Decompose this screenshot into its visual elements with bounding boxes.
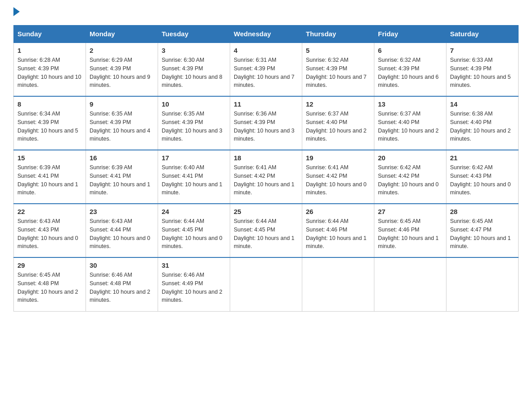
calendar-cell — [446, 257, 519, 311]
calendar-cell: 20 Sunrise: 6:42 AM Sunset: 4:42 PM Dayl… — [374, 150, 446, 204]
day-info: Sunrise: 6:38 AM Sunset: 4:40 PM Dayligh… — [450, 110, 515, 143]
calendar-header-wednesday: Wednesday — [230, 26, 302, 43]
day-number: 31 — [162, 261, 226, 269]
calendar-cell: 29 Sunrise: 6:45 AM Sunset: 4:48 PM Dayl… — [14, 257, 86, 311]
day-info: Sunrise: 6:44 AM Sunset: 4:45 PM Dayligh… — [234, 217, 298, 251]
calendar-cell: 11 Sunrise: 6:36 AM Sunset: 4:39 PM Dayl… — [230, 96, 302, 150]
calendar-cell: 16 Sunrise: 6:39 AM Sunset: 4:41 PM Dayl… — [86, 150, 158, 204]
day-number: 12 — [306, 100, 370, 108]
calendar-cell: 7 Sunrise: 6:33 AM Sunset: 4:39 PM Dayli… — [446, 43, 519, 96]
calendar-cell: 23 Sunrise: 6:43 AM Sunset: 4:44 PM Dayl… — [86, 204, 158, 257]
day-info: Sunrise: 6:44 AM Sunset: 4:45 PM Dayligh… — [162, 217, 226, 251]
logo — [13, 9, 20, 16]
day-info: Sunrise: 6:37 AM Sunset: 4:40 PM Dayligh… — [378, 110, 442, 143]
day-number: 9 — [90, 100, 154, 108]
day-number: 28 — [450, 208, 515, 215]
calendar-cell: 24 Sunrise: 6:44 AM Sunset: 4:45 PM Dayl… — [158, 204, 230, 257]
day-number: 18 — [234, 154, 298, 162]
day-number: 3 — [162, 47, 226, 54]
calendar-table: SundayMondayTuesdayWednesdayThursdayFrid… — [13, 25, 519, 312]
calendar-week-row: 15 Sunrise: 6:39 AM Sunset: 4:41 PM Dayl… — [14, 150, 519, 204]
day-info: Sunrise: 6:35 AM Sunset: 4:39 PM Dayligh… — [162, 110, 226, 143]
day-number: 14 — [450, 100, 515, 108]
calendar-cell: 30 Sunrise: 6:46 AM Sunset: 4:48 PM Dayl… — [86, 257, 158, 311]
day-number: 25 — [234, 208, 298, 215]
calendar-cell: 8 Sunrise: 6:34 AM Sunset: 4:39 PM Dayli… — [14, 96, 86, 150]
calendar-header-thursday: Thursday — [302, 26, 374, 43]
calendar-cell: 1 Sunrise: 6:28 AM Sunset: 4:39 PM Dayli… — [14, 43, 86, 96]
day-number: 1 — [17, 47, 82, 54]
day-number: 29 — [17, 261, 82, 269]
day-number: 15 — [17, 154, 82, 162]
calendar-cell: 5 Sunrise: 6:32 AM Sunset: 4:39 PM Dayli… — [302, 43, 374, 96]
day-info: Sunrise: 6:32 AM Sunset: 4:39 PM Dayligh… — [306, 56, 370, 90]
day-number: 20 — [378, 154, 442, 162]
day-number: 24 — [162, 208, 226, 215]
calendar-cell: 4 Sunrise: 6:31 AM Sunset: 4:39 PM Dayli… — [230, 43, 302, 96]
calendar-header-row: SundayMondayTuesdayWednesdayThursdayFrid… — [14, 26, 519, 43]
day-info: Sunrise: 6:46 AM Sunset: 4:49 PM Dayligh… — [162, 271, 226, 304]
day-info: Sunrise: 6:29 AM Sunset: 4:39 PM Dayligh… — [90, 56, 154, 90]
logo-arrow-icon — [13, 7, 20, 16]
calendar-cell: 17 Sunrise: 6:40 AM Sunset: 4:41 PM Dayl… — [158, 150, 230, 204]
calendar-cell — [302, 257, 374, 311]
calendar-cell: 3 Sunrise: 6:30 AM Sunset: 4:39 PM Dayli… — [158, 43, 230, 96]
day-number: 6 — [378, 47, 442, 54]
day-number: 13 — [378, 100, 442, 108]
day-info: Sunrise: 6:46 AM Sunset: 4:48 PM Dayligh… — [90, 271, 154, 304]
calendar-cell: 6 Sunrise: 6:32 AM Sunset: 4:39 PM Dayli… — [374, 43, 446, 96]
day-number: 8 — [17, 100, 82, 108]
day-info: Sunrise: 6:45 AM Sunset: 4:46 PM Dayligh… — [378, 217, 442, 251]
day-info: Sunrise: 6:40 AM Sunset: 4:41 PM Dayligh… — [162, 163, 226, 197]
calendar-cell: 28 Sunrise: 6:45 AM Sunset: 4:47 PM Dayl… — [446, 204, 519, 257]
calendar-cell: 13 Sunrise: 6:37 AM Sunset: 4:40 PM Dayl… — [374, 96, 446, 150]
day-info: Sunrise: 6:31 AM Sunset: 4:39 PM Dayligh… — [234, 56, 298, 90]
calendar-cell: 27 Sunrise: 6:45 AM Sunset: 4:46 PM Dayl… — [374, 204, 446, 257]
day-info: Sunrise: 6:44 AM Sunset: 4:46 PM Dayligh… — [306, 217, 370, 251]
day-info: Sunrise: 6:41 AM Sunset: 4:42 PM Dayligh… — [306, 163, 370, 197]
calendar-cell: 26 Sunrise: 6:44 AM Sunset: 4:46 PM Dayl… — [302, 204, 374, 257]
day-number: 17 — [162, 154, 226, 162]
day-info: Sunrise: 6:41 AM Sunset: 4:42 PM Dayligh… — [234, 163, 298, 197]
calendar-cell — [374, 257, 446, 311]
day-number: 30 — [90, 261, 154, 269]
day-info: Sunrise: 6:43 AM Sunset: 4:44 PM Dayligh… — [90, 217, 154, 251]
page-header — [13, 9, 519, 16]
day-number: 26 — [306, 208, 370, 215]
calendar-header-tuesday: Tuesday — [158, 26, 230, 43]
calendar-cell: 14 Sunrise: 6:38 AM Sunset: 4:40 PM Dayl… — [446, 96, 519, 150]
day-number: 2 — [90, 47, 154, 54]
calendar-week-row: 1 Sunrise: 6:28 AM Sunset: 4:39 PM Dayli… — [14, 43, 519, 96]
calendar-cell: 2 Sunrise: 6:29 AM Sunset: 4:39 PM Dayli… — [86, 43, 158, 96]
calendar-cell: 25 Sunrise: 6:44 AM Sunset: 4:45 PM Dayl… — [230, 204, 302, 257]
day-info: Sunrise: 6:34 AM Sunset: 4:39 PM Dayligh… — [17, 110, 82, 143]
calendar-cell: 15 Sunrise: 6:39 AM Sunset: 4:41 PM Dayl… — [14, 150, 86, 204]
calendar-cell — [230, 257, 302, 311]
day-info: Sunrise: 6:28 AM Sunset: 4:39 PM Dayligh… — [17, 56, 82, 90]
day-info: Sunrise: 6:39 AM Sunset: 4:41 PM Dayligh… — [17, 163, 82, 197]
day-number: 22 — [17, 208, 82, 215]
calendar-cell: 18 Sunrise: 6:41 AM Sunset: 4:42 PM Dayl… — [230, 150, 302, 204]
calendar-cell: 31 Sunrise: 6:46 AM Sunset: 4:49 PM Dayl… — [158, 257, 230, 311]
calendar-cell: 19 Sunrise: 6:41 AM Sunset: 4:42 PM Dayl… — [302, 150, 374, 204]
day-number: 21 — [450, 154, 515, 162]
calendar-cell: 12 Sunrise: 6:37 AM Sunset: 4:40 PM Dayl… — [302, 96, 374, 150]
day-number: 16 — [90, 154, 154, 162]
day-number: 4 — [234, 47, 298, 54]
day-number: 27 — [378, 208, 442, 215]
calendar-week-row: 22 Sunrise: 6:43 AM Sunset: 4:43 PM Dayl… — [14, 204, 519, 257]
day-info: Sunrise: 6:30 AM Sunset: 4:39 PM Dayligh… — [162, 56, 226, 90]
day-number: 11 — [234, 100, 298, 108]
day-info: Sunrise: 6:36 AM Sunset: 4:39 PM Dayligh… — [234, 110, 298, 143]
day-number: 10 — [162, 100, 226, 108]
day-info: Sunrise: 6:45 AM Sunset: 4:48 PM Dayligh… — [17, 271, 82, 304]
day-info: Sunrise: 6:39 AM Sunset: 4:41 PM Dayligh… — [90, 163, 154, 197]
calendar-cell: 10 Sunrise: 6:35 AM Sunset: 4:39 PM Dayl… — [158, 96, 230, 150]
day-info: Sunrise: 6:42 AM Sunset: 4:42 PM Dayligh… — [378, 163, 442, 197]
calendar-header-sunday: Sunday — [14, 26, 86, 43]
calendar-header-monday: Monday — [86, 26, 158, 43]
day-info: Sunrise: 6:45 AM Sunset: 4:47 PM Dayligh… — [450, 217, 515, 251]
calendar-cell: 21 Sunrise: 6:42 AM Sunset: 4:43 PM Dayl… — [446, 150, 519, 204]
day-number: 19 — [306, 154, 370, 162]
day-info: Sunrise: 6:43 AM Sunset: 4:43 PM Dayligh… — [17, 217, 82, 251]
